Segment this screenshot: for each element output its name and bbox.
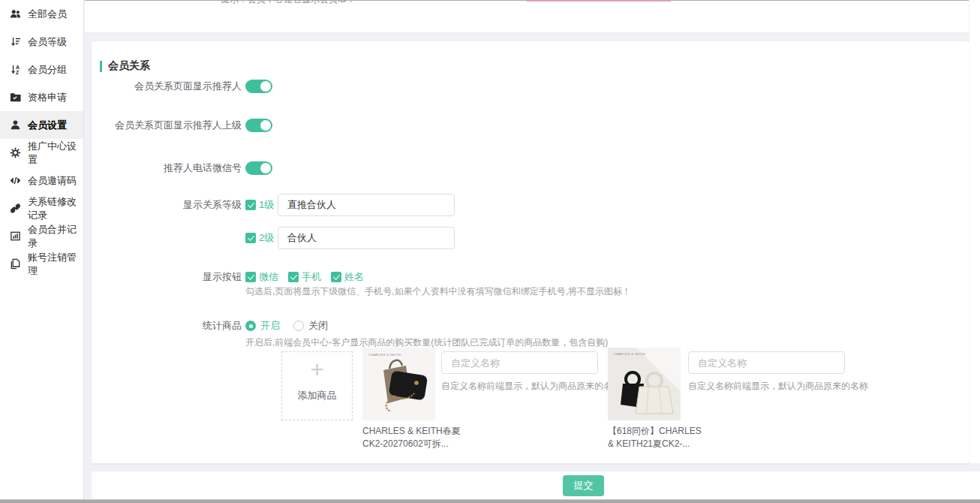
- radio-enable[interactable]: 开启: [245, 319, 280, 333]
- section-header: 会员关系: [100, 59, 150, 73]
- sidebar-item-label: 会员邀请码: [28, 174, 77, 188]
- toggle-knob: [260, 163, 271, 173]
- product-brand-text: CHARLES & KEITH: [613, 352, 645, 356]
- product-image-2[interactable]: CHARLES & KEITH: [608, 348, 681, 420]
- caption-line-1: 【618同价】CHARLES: [608, 425, 722, 438]
- add-product-button[interactable]: + 添加商品: [281, 351, 353, 420]
- gear-icon: [10, 147, 21, 158]
- file-copy-icon: [10, 258, 21, 270]
- cutoff-hint-text: 提示：会员中心是否显示会员ID！: [221, 0, 356, 6]
- relation-level-row-1: 显示关系等级 1级: [92, 194, 969, 216]
- plus-icon: +: [282, 352, 352, 387]
- stat-goods-row: 统计商品 开启 关闭: [92, 319, 969, 333]
- submit-button[interactable]: 提交: [563, 475, 604, 496]
- sidebar-item-relation-chain-log[interactable]: 关系链修改记录: [0, 194, 83, 222]
- caption-line-1: CHARLES & KEITH春夏: [362, 425, 476, 438]
- sidebar-item-label: 会员等级: [28, 35, 67, 49]
- checkbox-name[interactable]: 姓名: [331, 270, 364, 284]
- sidebar-item-account-cancellation[interactable]: 账号注销管理: [0, 250, 83, 278]
- right-margin: [969, 0, 980, 463]
- level-1-name-input[interactable]: [278, 194, 455, 216]
- sidebar-item-qualification-apply[interactable]: 资格申请: [0, 83, 83, 111]
- sidebar-item-label: 全部会员: [28, 8, 67, 21]
- svg-text:A: A: [16, 65, 20, 70]
- toggle-show-referrer-upline[interactable]: [245, 119, 272, 132]
- radio-icon-selected: [245, 321, 256, 331]
- field-label: 显示按钮: [92, 270, 242, 284]
- sidebar-item-member-merge-log[interactable]: 会员合并记录: [0, 222, 83, 250]
- link-icon: [10, 203, 21, 214]
- sidebar-item-promotion-center-settings[interactable]: 推广中心设置: [0, 139, 83, 167]
- relation-level-row-2: 2级: [92, 227, 969, 249]
- sort-alpha-icon: AZ: [10, 64, 21, 75]
- member-relation-panel: 会员关系 会员关系页面显示推荐人 会员关系页面显示推荐人上级 推荐人电话微信号 …: [92, 41, 969, 463]
- product-caption-1: CHARLES & KEITH春夏 CK2-20270602可拆...: [362, 425, 476, 450]
- footer-bar: 提交: [92, 471, 980, 499]
- stat-products-zone: + 添加商品 CHARLES & KEITH CHARLES & KEITH春夏…: [92, 348, 969, 460]
- checkbox-icon: [331, 272, 341, 282]
- field-label: 显示关系等级: [92, 198, 242, 212]
- checkbox-phone[interactable]: 手机: [288, 270, 321, 284]
- sidebar-item-label: 会员合并记录: [28, 223, 83, 250]
- sidebar-item-member-invite-code[interactable]: 会员邀请码: [0, 167, 83, 194]
- caption-line-2: & KEITH21夏CK2-...: [608, 438, 722, 450]
- sidebar-item-member-levels[interactable]: 会员等级: [0, 28, 83, 56]
- sidebar-item-label: 会员设置: [28, 119, 67, 132]
- radio-label: 开启: [260, 319, 280, 333]
- checkbox-level-1[interactable]: 1级: [245, 198, 278, 212]
- section-accent-bar: [100, 61, 102, 72]
- level-2-name-input[interactable]: [278, 227, 455, 249]
- bar-chart-icon: [10, 230, 21, 242]
- sidebar-item-member-groups[interactable]: AZ 会员分组: [0, 56, 83, 83]
- sort-amount-icon: [10, 36, 21, 47]
- toggle-knob: [260, 120, 271, 131]
- radio-disable[interactable]: 关闭: [293, 319, 328, 333]
- checkbox-label: 姓名: [344, 270, 364, 284]
- product-brand-text: CHARLES & KEITH: [368, 353, 401, 357]
- field-label: 会员关系页面显示推荐人: [92, 80, 242, 93]
- checkbox-icon: [245, 272, 256, 282]
- checkbox-label: 2级: [259, 231, 274, 245]
- toggle-show-referrer[interactable]: [245, 80, 272, 93]
- sidebar-item-label: 推广中心设置: [28, 140, 83, 167]
- product-image-1[interactable]: CHARLES & KEITH: [362, 348, 435, 420]
- previous-section-cutoff: 提示：会员中心是否显示会员ID！: [85, 0, 969, 32]
- folder-check-icon: [10, 92, 21, 103]
- field-label: 统计商品: [92, 319, 242, 333]
- checkbox-wechat[interactable]: 微信: [245, 270, 278, 284]
- horizontal-scrollbar[interactable]: [0, 499, 980, 503]
- checkbox-label: 手机: [302, 270, 321, 284]
- toggle-row-show-referrer-upline: 会员关系页面显示推荐人上级: [92, 119, 969, 132]
- field-label: 推荐人电话微信号: [92, 161, 242, 175]
- product-caption-2: 【618同价】CHARLES & KEITH21夏CK2-...: [608, 425, 722, 450]
- checkbox-label: 微信: [259, 270, 278, 284]
- show-buttons-row: 显示按钮 微信 手机 姓名: [92, 270, 969, 284]
- checkbox-icon: [245, 200, 256, 210]
- svg-text:Z: Z: [16, 70, 20, 75]
- checkbox-icon: [245, 233, 256, 243]
- checkbox-icon: [288, 272, 299, 282]
- sidebar-item-label: 会员分组: [28, 63, 67, 77]
- toggle-row-referrer-phone-wechat: 推荐人电话微信号: [92, 161, 969, 175]
- field-label: 会员关系页面显示推荐人上级: [92, 119, 242, 132]
- sidebar-item-label: 关系链修改记录: [28, 195, 83, 222]
- sidebar-item-member-settings[interactable]: 会员设置: [0, 111, 83, 139]
- custom-name-input-2[interactable]: [688, 351, 845, 374]
- custom-name-help-1: 自定义名称前端显示，默认为商品原来的名称: [441, 380, 621, 393]
- toggle-knob: [260, 81, 271, 92]
- checkbox-level-2[interactable]: 2级: [245, 231, 278, 245]
- sidebar-item-label: 账号注销管理: [28, 251, 83, 278]
- caption-line-2: CK2-20270602可拆...: [362, 438, 476, 450]
- show-buttons-help: 勾选后,页面将显示下级微信、手机号,如果个人资料中没有填写微信和绑定手机号,将不…: [245, 285, 631, 298]
- checkbox-label: 1级: [259, 198, 274, 212]
- code-icon: [10, 175, 21, 186]
- sidebar-item-label: 资格申请: [28, 91, 67, 104]
- sidebar-item-all-members[interactable]: 全部会员: [0, 0, 83, 28]
- toggle-referrer-phone-wechat[interactable]: [245, 161, 272, 175]
- sidebar: 全部会员 会员等级 AZ 会员分组 资格申请 会员设置 推广中心设置 会员邀请码…: [0, 0, 84, 499]
- toggle-row-show-referrer: 会员关系页面显示推荐人: [92, 80, 969, 93]
- add-product-label: 添加商品: [282, 389, 352, 402]
- radio-icon-unselected: [293, 321, 304, 331]
- custom-name-input-1[interactable]: [441, 351, 598, 374]
- users-icon: [10, 8, 21, 20]
